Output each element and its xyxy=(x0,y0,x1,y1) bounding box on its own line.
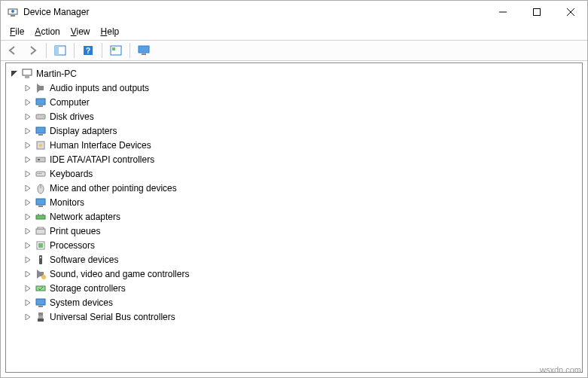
svg-rect-25 xyxy=(36,157,45,162)
tree-item[interactable]: Audio inputs and outputs xyxy=(6,81,582,95)
window-title: Device Manager xyxy=(23,7,486,17)
tree-item[interactable]: Storage controllers xyxy=(6,281,582,295)
minimize-button[interactable] xyxy=(486,1,519,23)
svg-rect-15 xyxy=(23,69,32,75)
menu-action[interactable]: Action xyxy=(30,25,64,38)
svg-point-2 xyxy=(11,10,14,13)
svg-rect-36 xyxy=(38,214,39,215)
twisty-collapsed-icon[interactable] xyxy=(23,97,33,108)
twisty-collapsed-icon[interactable] xyxy=(23,312,33,322)
svg-rect-38 xyxy=(36,229,45,234)
svg-rect-35 xyxy=(36,215,45,219)
twisty-collapsed-icon[interactable] xyxy=(23,226,33,236)
svg-point-20 xyxy=(43,116,44,117)
svg-rect-21 xyxy=(36,127,45,133)
device-category-icon xyxy=(35,239,47,251)
help-button[interactable]: ? xyxy=(79,42,97,59)
maximize-button[interactable] xyxy=(519,1,553,23)
tree-item[interactable]: Sound, video and game controllers xyxy=(6,267,582,281)
forward-button[interactable] xyxy=(23,42,41,59)
device-category-icon xyxy=(35,168,47,180)
tree-item-label: Human Interface Devices xyxy=(50,140,151,151)
tree-item[interactable]: Network adapters xyxy=(6,209,582,224)
tree-item-label: Keyboards xyxy=(50,169,93,179)
svg-point-44 xyxy=(41,275,46,279)
scan-hardware-button[interactable] xyxy=(107,42,125,59)
svg-rect-49 xyxy=(38,319,44,322)
device-category-icon xyxy=(35,268,47,280)
tree-item[interactable]: Disk drives xyxy=(6,109,582,123)
svg-rect-45 xyxy=(36,286,45,291)
svg-rect-41 xyxy=(38,243,43,248)
tree-item[interactable]: IDE ATA/ATAPI controllers xyxy=(6,152,582,166)
window-controls xyxy=(486,1,587,23)
toolbar: ? xyxy=(1,40,587,61)
device-tree[interactable]: Martin-PC Audio inputs and outputsComput… xyxy=(5,62,583,373)
tree-item[interactable]: Software devices xyxy=(6,252,582,267)
menu-help[interactable]: Help xyxy=(96,25,124,38)
svg-rect-46 xyxy=(36,299,45,305)
tree-item-label: Disk drives xyxy=(50,111,94,122)
twisty-collapsed-icon[interactable] xyxy=(23,140,33,151)
twisty-expanded-icon[interactable] xyxy=(9,69,20,79)
twisty-collapsed-icon[interactable] xyxy=(23,197,33,208)
twisty-collapsed-icon[interactable] xyxy=(23,240,33,251)
tree-item[interactable]: Monitors xyxy=(6,195,582,209)
twisty-collapsed-icon[interactable] xyxy=(23,126,33,136)
svg-rect-47 xyxy=(38,306,43,307)
svg-rect-39 xyxy=(38,227,44,229)
twisty-collapsed-icon[interactable] xyxy=(23,154,33,165)
twisty-collapsed-icon[interactable] xyxy=(23,283,33,294)
twisty-collapsed-icon[interactable] xyxy=(23,212,33,222)
svg-point-24 xyxy=(39,144,42,147)
toolbar-separator xyxy=(74,43,75,58)
tree-item[interactable]: Display adapters xyxy=(6,123,582,138)
tree-item[interactable]: Human Interface Devices xyxy=(6,138,582,152)
close-button[interactable] xyxy=(553,1,587,23)
tree-item-label: Display adapters xyxy=(50,126,117,136)
menu-file[interactable]: File xyxy=(5,25,29,38)
twisty-collapsed-icon[interactable] xyxy=(23,255,33,265)
device-category-icon xyxy=(35,297,47,309)
svg-text:?: ? xyxy=(86,47,90,55)
twisty-collapsed-icon[interactable] xyxy=(23,183,33,194)
svg-rect-17 xyxy=(36,99,45,105)
svg-rect-42 xyxy=(39,255,42,264)
show-hide-tree-button[interactable] xyxy=(51,42,69,59)
twisty-collapsed-icon[interactable] xyxy=(23,269,33,279)
svg-rect-13 xyxy=(139,46,149,53)
tree-item-label: Processors xyxy=(50,240,95,251)
svg-rect-37 xyxy=(42,214,44,215)
tree-root[interactable]: Martin-PC xyxy=(6,66,582,81)
twisty-collapsed-icon[interactable] xyxy=(23,297,33,308)
titlebar: Device Manager xyxy=(1,1,587,23)
tree-item[interactable]: Processors xyxy=(6,238,582,252)
toolbar-separator xyxy=(129,43,130,58)
tree-item[interactable]: Mice and other pointing devices xyxy=(6,181,582,195)
tree-item[interactable]: Universal Serial Bus controllers xyxy=(6,309,582,324)
tree-item-label: Audio inputs and outputs xyxy=(50,83,149,93)
tree-item-label: Computer xyxy=(50,97,90,108)
device-category-icon xyxy=(35,211,47,223)
twisty-collapsed-icon[interactable] xyxy=(23,111,33,122)
toolbar-separator xyxy=(102,43,102,58)
device-category-icon xyxy=(35,254,47,266)
svg-rect-14 xyxy=(142,53,146,55)
tree-item[interactable]: Computer xyxy=(6,95,582,109)
tree-item[interactable]: Print queues xyxy=(6,224,582,238)
svg-rect-4 xyxy=(533,9,540,16)
svg-rect-48 xyxy=(38,312,43,316)
svg-rect-12 xyxy=(112,47,115,50)
toolbar-separator xyxy=(46,43,47,58)
menu-view[interactable]: View xyxy=(66,25,95,38)
back-button[interactable] xyxy=(4,42,22,59)
tree-item[interactable]: Keyboards xyxy=(6,166,582,181)
monitor-button[interactable] xyxy=(135,42,153,59)
tree-item[interactable]: System devices xyxy=(6,295,582,309)
svg-rect-16 xyxy=(25,76,29,78)
svg-rect-22 xyxy=(38,134,43,136)
twisty-collapsed-icon[interactable] xyxy=(23,83,33,93)
tree-item-label: Storage controllers xyxy=(50,283,126,294)
twisty-collapsed-icon[interactable] xyxy=(23,169,33,179)
svg-point-43 xyxy=(40,257,41,258)
